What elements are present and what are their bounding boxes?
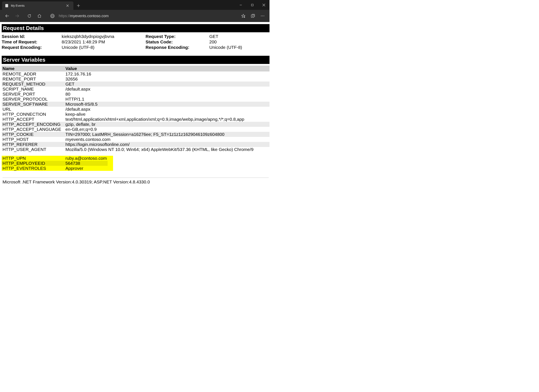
label-resp-encoding: Response Encoding: bbox=[145, 45, 209, 50]
svg-point-23 bbox=[261, 16, 261, 16]
page-icon bbox=[5, 4, 8, 7]
svg-point-24 bbox=[262, 16, 263, 16]
page-viewport: Request Details Session Id: kiekszqbh3dy… bbox=[0, 22, 270, 196]
table-row: URL/default.aspx bbox=[2, 107, 270, 112]
var-value: HTTP/1.1 bbox=[65, 97, 270, 102]
refresh-button[interactable] bbox=[24, 11, 34, 21]
table-row: REMOTE_PORT32656 bbox=[2, 76, 270, 81]
window-close-button[interactable] bbox=[258, 0, 270, 10]
table-row: REQUEST_METHODGET bbox=[2, 81, 270, 86]
var-value: Approver bbox=[65, 166, 108, 171]
divider bbox=[3, 177, 269, 178]
table-row: HTTP_EMPLOYEEID564738 bbox=[2, 161, 108, 166]
var-name: HTTP_COOKIE bbox=[2, 132, 65, 137]
server-variables-header: Server Variables bbox=[2, 56, 270, 64]
table-row: HTTP_EVENTROLESApprover bbox=[2, 166, 108, 171]
var-name: URL bbox=[2, 107, 65, 112]
address-bar[interactable]: https://myevents.contoso.com bbox=[49, 12, 237, 20]
table-row: SCRIPT_NAME/default.aspx bbox=[2, 86, 270, 92]
back-button[interactable] bbox=[2, 11, 12, 21]
var-value: Mozilla/5.0 (Windows NT 10.0; Win64; x64… bbox=[65, 147, 270, 152]
home-button[interactable] bbox=[34, 11, 44, 21]
server-variables-rows: REMOTE_ADDR172.16.76.16REMOTE_PORT32656R… bbox=[2, 72, 270, 152]
value-time: 8/23/2021 1:48:29 PM bbox=[62, 39, 145, 44]
var-value: 564738 bbox=[65, 161, 108, 166]
var-value: 172.16.76.16 bbox=[65, 72, 270, 76]
table-row: HTTP_ACCEPT_LANGUAGEen-GB,en;q=0.9 bbox=[2, 127, 270, 132]
var-value: Microsoft-IIS/8.5 bbox=[65, 102, 270, 107]
var-value: myevents.contoso.com bbox=[65, 137, 270, 142]
var-value: GET bbox=[65, 81, 270, 86]
var-value: ruby.a@contoso.com bbox=[65, 156, 108, 161]
site-info-icon[interactable] bbox=[49, 13, 55, 19]
window-maximize-button[interactable] bbox=[246, 0, 258, 10]
new-tab-button[interactable] bbox=[74, 1, 83, 10]
server-variables-column-header: Name Value bbox=[2, 66, 270, 72]
table-row: HTTP_COOKIETIN=297000; LastMRH_Session=a… bbox=[2, 132, 270, 137]
var-value: text/html,application/xhtml+xml,applicat… bbox=[65, 117, 270, 122]
label-time: Time of Request: bbox=[2, 39, 62, 44]
var-name: HTTP_EMPLOYEEID bbox=[2, 161, 65, 166]
svg-rect-9 bbox=[251, 4, 253, 6]
svg-point-25 bbox=[264, 16, 264, 16]
var-name: HTTP_REFERER bbox=[2, 142, 65, 147]
value-status: 200 bbox=[209, 39, 269, 44]
label-session-id: Session Id: bbox=[2, 34, 62, 39]
table-row: HTTP_UPNruby.a@contoso.com bbox=[2, 156, 108, 161]
var-value: 80 bbox=[65, 92, 270, 97]
value-session-id: kiekszqbh3dydnpiogvjbvna bbox=[62, 34, 145, 39]
var-name: HTTP_USER_AGENT bbox=[2, 147, 65, 152]
footer-version: Microsoft .NET Framework Version:4.0.303… bbox=[2, 179, 270, 189]
var-name: HTTP_ACCEPT_ENCODING bbox=[2, 122, 65, 127]
value-request-type: GET bbox=[209, 34, 269, 39]
var-name: REMOTE_PORT bbox=[2, 76, 65, 81]
var-name: SERVER_SOFTWARE bbox=[2, 102, 65, 107]
table-row: HTTP_ACCEPT_ENCODINGgzip, deflate, br bbox=[2, 122, 270, 127]
var-name: HTTP_EVENTROLES bbox=[2, 166, 65, 171]
tab-close-button[interactable] bbox=[65, 3, 71, 9]
col-name: Name bbox=[2, 66, 65, 72]
collections-button[interactable] bbox=[248, 11, 258, 21]
var-value: https://login.microsoftonline.com/ bbox=[65, 142, 270, 147]
url-host: myevents.contoso.com bbox=[70, 14, 109, 18]
var-name: HTTP_ACCEPT bbox=[2, 117, 65, 122]
label-status: Status Code: bbox=[145, 39, 209, 44]
var-value: gzip, deflate, br bbox=[65, 122, 270, 127]
request-details-header: Request Details bbox=[2, 24, 270, 32]
var-value: TIN=297000; LastMRH_Session=a16276ee; F5… bbox=[65, 132, 270, 137]
forward-button[interactable] bbox=[12, 11, 22, 21]
label-req-encoding: Request Encoding: bbox=[2, 45, 62, 50]
table-row: REMOTE_ADDR172.16.76.16 bbox=[2, 72, 270, 76]
table-row: HTTP_CONNECTIONkeep-alive bbox=[2, 112, 270, 117]
var-value: keep-alive bbox=[65, 112, 270, 117]
value-req-encoding: Unicode (UTF-8) bbox=[62, 45, 145, 50]
var-name: SERVER_PROTOCOL bbox=[2, 97, 65, 102]
table-row: SERVER_PORT80 bbox=[2, 92, 270, 97]
var-name: HTTP_CONNECTION bbox=[2, 112, 65, 117]
toolbar: https://myevents.contoso.com bbox=[0, 10, 270, 22]
table-row: HTTP_USER_AGENTMozilla/5.0 (Windows NT 1… bbox=[2, 147, 270, 152]
var-value: /default.aspx bbox=[65, 107, 270, 112]
table-row: SERVER_SOFTWAREMicrosoft-IIS/8.5 bbox=[2, 102, 270, 107]
var-value: 32656 bbox=[65, 76, 270, 81]
titlebar: My Events bbox=[0, 0, 270, 10]
var-value: en-GB,en;q=0.9 bbox=[65, 127, 270, 132]
var-name: REMOTE_ADDR bbox=[2, 72, 65, 76]
col-value: Value bbox=[65, 66, 270, 72]
window-controls bbox=[235, 0, 270, 10]
var-name: HTTP_ACCEPT_LANGUAGE bbox=[2, 127, 65, 132]
tab-title: My Events bbox=[11, 4, 65, 7]
label-request-type: Request Type: bbox=[145, 34, 209, 39]
table-row: HTTP_ACCEPTtext/html,application/xhtml+x… bbox=[2, 117, 270, 122]
table-row: HTTP_REFERERhttps://login.microsoftonlin… bbox=[2, 142, 270, 147]
var-name: REQUEST_METHOD bbox=[2, 81, 65, 86]
window-minimize-button[interactable] bbox=[235, 0, 246, 10]
url-scheme: https:// bbox=[59, 14, 70, 18]
table-row: SERVER_PROTOCOLHTTP/1.1 bbox=[2, 97, 270, 102]
value-resp-encoding: Unicode (UTF-8) bbox=[209, 45, 269, 50]
browser-tab[interactable]: My Events bbox=[2, 1, 73, 10]
favorites-button[interactable] bbox=[238, 11, 248, 21]
var-value: /default.aspx bbox=[65, 86, 270, 92]
settings-menu-button[interactable] bbox=[258, 11, 267, 21]
var-name: HTTP_HOST bbox=[2, 137, 65, 142]
